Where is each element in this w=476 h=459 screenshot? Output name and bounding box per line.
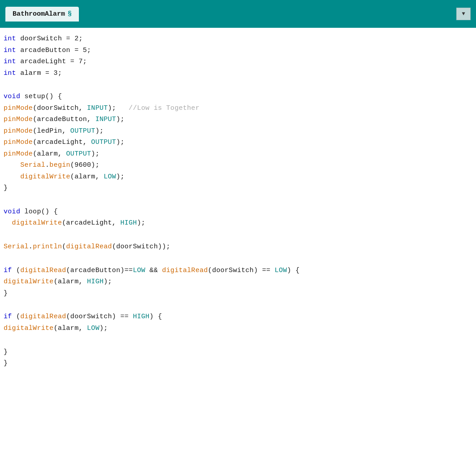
code-line-11: pinMode(alarm, OUTPUT); — [4, 148, 472, 160]
code-line-22: digitalWrite(alarm, HIGH); — [4, 276, 472, 288]
code-editor: int doorSwitch = 2; int arcadeButton = 5… — [0, 28, 476, 459]
code-line-3: int arcadeLight = 7; — [4, 56, 472, 68]
code-line-29: } — [4, 358, 472, 369]
dropdown-button[interactable]: ▼ — [456, 8, 471, 20]
code-line-1: int doorSwitch = 2; — [4, 33, 472, 45]
code-line-16: void loop() { — [4, 206, 472, 218]
code-line-6: void setup() { — [4, 91, 472, 103]
dropdown-arrow-icon: ▼ — [462, 11, 465, 17]
title-bar: BathroomAlarm § ▼ — [0, 0, 476, 28]
code-line-14: } — [4, 182, 472, 194]
empty-line-20 — [4, 253, 472, 265]
tab-filename: BathroomAlarm — [13, 10, 65, 18]
code-line-19: Serial.println(digitalRead(doorSwitch)); — [4, 241, 472, 253]
code-line-12: Serial.begin(9600); — [4, 160, 472, 171]
code-line-21: if (digitalRead(arcadeButton)==LOW && di… — [4, 265, 472, 277]
empty-line-27 — [4, 334, 472, 346]
code-line-9: pinMode(ledPin, OUTPUT); — [4, 126, 472, 137]
code-line-7: pinMode(doorSwitch, INPUT); //Low is Tog… — [4, 103, 472, 114]
code-line-2: int arcadeButton = 5; — [4, 45, 472, 56]
code-line-26: digitalWrite(alarm, LOW); — [4, 323, 472, 334]
code-line-28: } — [4, 346, 472, 358]
empty-line-15 — [4, 194, 472, 206]
empty-line-5 — [4, 79, 472, 91]
code-line-10: pinMode(arcadeLight, OUTPUT); — [4, 137, 472, 148]
code-line-4: int alarm = 3; — [4, 68, 472, 79]
section-symbol: § — [68, 10, 72, 18]
code-line-17: digitalWrite(arcadeLight, HIGH); — [4, 217, 472, 229]
code-line-23: } — [4, 288, 472, 299]
file-tab[interactable]: BathroomAlarm § — [5, 7, 79, 22]
code-line-25: if (digitalRead(doorSwitch) == HIGH) { — [4, 311, 472, 323]
code-line-13: digitalWrite(alarm, LOW); — [4, 171, 472, 183]
empty-line-18 — [4, 229, 472, 241]
empty-line-24 — [4, 299, 472, 311]
code-line-8: pinMode(arcadeButton, INPUT); — [4, 114, 472, 126]
